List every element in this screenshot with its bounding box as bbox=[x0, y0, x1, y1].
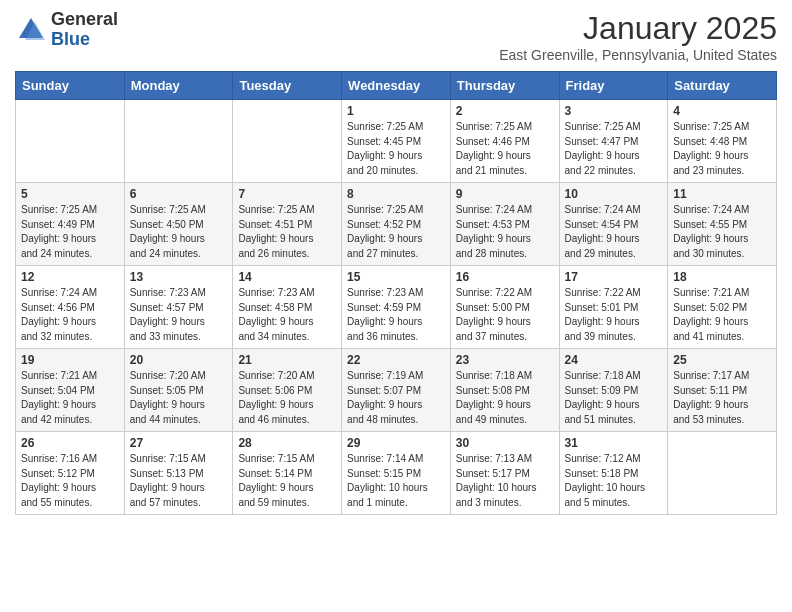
day-info: Sunrise: 7:25 AMSunset: 4:47 PMDaylight:… bbox=[565, 120, 663, 178]
day-info: Sunrise: 7:14 AMSunset: 5:15 PMDaylight:… bbox=[347, 452, 445, 510]
title-area: January 2025 East Greenville, Pennsylvan… bbox=[499, 10, 777, 63]
day-info: Sunrise: 7:20 AMSunset: 5:05 PMDaylight:… bbox=[130, 369, 228, 427]
day-cell: 11Sunrise: 7:24 AMSunset: 4:55 PMDayligh… bbox=[668, 183, 777, 266]
day-number: 4 bbox=[673, 104, 771, 118]
logo-general: General bbox=[51, 10, 118, 30]
day-cell: 16Sunrise: 7:22 AMSunset: 5:00 PMDayligh… bbox=[450, 266, 559, 349]
day-number: 11 bbox=[673, 187, 771, 201]
calendar-page: General Blue January 2025 East Greenvill… bbox=[0, 0, 792, 612]
day-info: Sunrise: 7:15 AMSunset: 5:14 PMDaylight:… bbox=[238, 452, 336, 510]
day-info: Sunrise: 7:15 AMSunset: 5:13 PMDaylight:… bbox=[130, 452, 228, 510]
day-number: 30 bbox=[456, 436, 554, 450]
day-cell: 24Sunrise: 7:18 AMSunset: 5:09 PMDayligh… bbox=[559, 349, 668, 432]
header: General Blue January 2025 East Greenvill… bbox=[15, 10, 777, 63]
day-cell: 26Sunrise: 7:16 AMSunset: 5:12 PMDayligh… bbox=[16, 432, 125, 515]
day-number: 3 bbox=[565, 104, 663, 118]
day-cell: 5Sunrise: 7:25 AMSunset: 4:49 PMDaylight… bbox=[16, 183, 125, 266]
day-info: Sunrise: 7:24 AMSunset: 4:54 PMDaylight:… bbox=[565, 203, 663, 261]
day-cell: 3Sunrise: 7:25 AMSunset: 4:47 PMDaylight… bbox=[559, 100, 668, 183]
day-cell: 7Sunrise: 7:25 AMSunset: 4:51 PMDaylight… bbox=[233, 183, 342, 266]
day-number: 31 bbox=[565, 436, 663, 450]
header-cell-saturday: Saturday bbox=[668, 72, 777, 100]
week-row-1: 1Sunrise: 7:25 AMSunset: 4:45 PMDaylight… bbox=[16, 100, 777, 183]
day-number: 22 bbox=[347, 353, 445, 367]
header-cell-wednesday: Wednesday bbox=[342, 72, 451, 100]
day-info: Sunrise: 7:22 AMSunset: 5:01 PMDaylight:… bbox=[565, 286, 663, 344]
day-number: 28 bbox=[238, 436, 336, 450]
day-info: Sunrise: 7:17 AMSunset: 5:11 PMDaylight:… bbox=[673, 369, 771, 427]
day-info: Sunrise: 7:23 AMSunset: 4:58 PMDaylight:… bbox=[238, 286, 336, 344]
day-number: 9 bbox=[456, 187, 554, 201]
day-number: 10 bbox=[565, 187, 663, 201]
week-row-5: 26Sunrise: 7:16 AMSunset: 5:12 PMDayligh… bbox=[16, 432, 777, 515]
day-number: 21 bbox=[238, 353, 336, 367]
day-cell: 1Sunrise: 7:25 AMSunset: 4:45 PMDaylight… bbox=[342, 100, 451, 183]
day-cell: 19Sunrise: 7:21 AMSunset: 5:04 PMDayligh… bbox=[16, 349, 125, 432]
day-number: 26 bbox=[21, 436, 119, 450]
header-cell-monday: Monday bbox=[124, 72, 233, 100]
logo-area: General Blue bbox=[15, 10, 118, 50]
day-info: Sunrise: 7:23 AMSunset: 4:59 PMDaylight:… bbox=[347, 286, 445, 344]
day-cell: 22Sunrise: 7:19 AMSunset: 5:07 PMDayligh… bbox=[342, 349, 451, 432]
day-info: Sunrise: 7:20 AMSunset: 5:06 PMDaylight:… bbox=[238, 369, 336, 427]
day-number: 13 bbox=[130, 270, 228, 284]
day-info: Sunrise: 7:25 AMSunset: 4:51 PMDaylight:… bbox=[238, 203, 336, 261]
day-info: Sunrise: 7:13 AMSunset: 5:17 PMDaylight:… bbox=[456, 452, 554, 510]
day-info: Sunrise: 7:25 AMSunset: 4:46 PMDaylight:… bbox=[456, 120, 554, 178]
calendar-subtitle: East Greenville, Pennsylvania, United St… bbox=[499, 47, 777, 63]
day-cell bbox=[124, 100, 233, 183]
day-cell: 30Sunrise: 7:13 AMSunset: 5:17 PMDayligh… bbox=[450, 432, 559, 515]
logo-text: General Blue bbox=[51, 10, 118, 50]
day-cell: 14Sunrise: 7:23 AMSunset: 4:58 PMDayligh… bbox=[233, 266, 342, 349]
day-number: 7 bbox=[238, 187, 336, 201]
day-number: 14 bbox=[238, 270, 336, 284]
day-number: 8 bbox=[347, 187, 445, 201]
day-cell: 28Sunrise: 7:15 AMSunset: 5:14 PMDayligh… bbox=[233, 432, 342, 515]
day-info: Sunrise: 7:23 AMSunset: 4:57 PMDaylight:… bbox=[130, 286, 228, 344]
day-cell: 8Sunrise: 7:25 AMSunset: 4:52 PMDaylight… bbox=[342, 183, 451, 266]
day-info: Sunrise: 7:21 AMSunset: 5:04 PMDaylight:… bbox=[21, 369, 119, 427]
header-cell-sunday: Sunday bbox=[16, 72, 125, 100]
day-number: 15 bbox=[347, 270, 445, 284]
day-cell: 15Sunrise: 7:23 AMSunset: 4:59 PMDayligh… bbox=[342, 266, 451, 349]
day-number: 1 bbox=[347, 104, 445, 118]
day-info: Sunrise: 7:24 AMSunset: 4:56 PMDaylight:… bbox=[21, 286, 119, 344]
day-number: 29 bbox=[347, 436, 445, 450]
header-cell-friday: Friday bbox=[559, 72, 668, 100]
week-row-3: 12Sunrise: 7:24 AMSunset: 4:56 PMDayligh… bbox=[16, 266, 777, 349]
day-info: Sunrise: 7:25 AMSunset: 4:50 PMDaylight:… bbox=[130, 203, 228, 261]
day-number: 24 bbox=[565, 353, 663, 367]
day-cell: 12Sunrise: 7:24 AMSunset: 4:56 PMDayligh… bbox=[16, 266, 125, 349]
day-cell: 17Sunrise: 7:22 AMSunset: 5:01 PMDayligh… bbox=[559, 266, 668, 349]
day-info: Sunrise: 7:24 AMSunset: 4:53 PMDaylight:… bbox=[456, 203, 554, 261]
day-info: Sunrise: 7:16 AMSunset: 5:12 PMDaylight:… bbox=[21, 452, 119, 510]
day-info: Sunrise: 7:21 AMSunset: 5:02 PMDaylight:… bbox=[673, 286, 771, 344]
day-number: 16 bbox=[456, 270, 554, 284]
day-cell: 27Sunrise: 7:15 AMSunset: 5:13 PMDayligh… bbox=[124, 432, 233, 515]
day-info: Sunrise: 7:25 AMSunset: 4:45 PMDaylight:… bbox=[347, 120, 445, 178]
header-cell-thursday: Thursday bbox=[450, 72, 559, 100]
header-row: SundayMondayTuesdayWednesdayThursdayFrid… bbox=[16, 72, 777, 100]
day-cell: 23Sunrise: 7:18 AMSunset: 5:08 PMDayligh… bbox=[450, 349, 559, 432]
day-cell: 31Sunrise: 7:12 AMSunset: 5:18 PMDayligh… bbox=[559, 432, 668, 515]
day-cell: 21Sunrise: 7:20 AMSunset: 5:06 PMDayligh… bbox=[233, 349, 342, 432]
day-info: Sunrise: 7:18 AMSunset: 5:09 PMDaylight:… bbox=[565, 369, 663, 427]
day-info: Sunrise: 7:12 AMSunset: 5:18 PMDaylight:… bbox=[565, 452, 663, 510]
day-info: Sunrise: 7:25 AMSunset: 4:48 PMDaylight:… bbox=[673, 120, 771, 178]
logo-blue: Blue bbox=[51, 30, 118, 50]
day-number: 23 bbox=[456, 353, 554, 367]
day-info: Sunrise: 7:25 AMSunset: 4:52 PMDaylight:… bbox=[347, 203, 445, 261]
day-number: 2 bbox=[456, 104, 554, 118]
week-row-4: 19Sunrise: 7:21 AMSunset: 5:04 PMDayligh… bbox=[16, 349, 777, 432]
calendar-table: SundayMondayTuesdayWednesdayThursdayFrid… bbox=[15, 71, 777, 515]
day-cell: 10Sunrise: 7:24 AMSunset: 4:54 PMDayligh… bbox=[559, 183, 668, 266]
day-info: Sunrise: 7:25 AMSunset: 4:49 PMDaylight:… bbox=[21, 203, 119, 261]
day-cell bbox=[233, 100, 342, 183]
day-number: 6 bbox=[130, 187, 228, 201]
week-row-2: 5Sunrise: 7:25 AMSunset: 4:49 PMDaylight… bbox=[16, 183, 777, 266]
day-number: 27 bbox=[130, 436, 228, 450]
day-info: Sunrise: 7:24 AMSunset: 4:55 PMDaylight:… bbox=[673, 203, 771, 261]
day-cell: 20Sunrise: 7:20 AMSunset: 5:05 PMDayligh… bbox=[124, 349, 233, 432]
day-number: 25 bbox=[673, 353, 771, 367]
day-info: Sunrise: 7:19 AMSunset: 5:07 PMDaylight:… bbox=[347, 369, 445, 427]
